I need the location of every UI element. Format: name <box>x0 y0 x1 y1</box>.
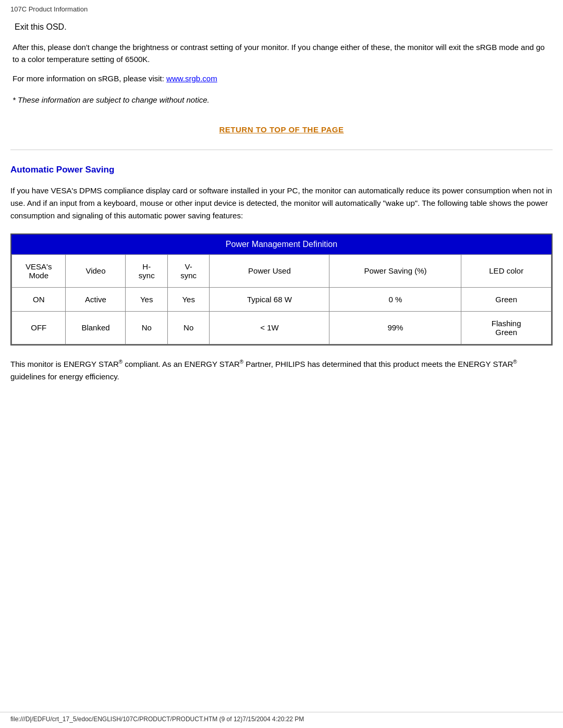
intro-paragraph: After this, please don't change the brig… <box>13 41 553 66</box>
footer-text: file:///D|/EDFU/crt_17_5/edoc/ENGLISH/10… <box>10 715 304 723</box>
cell-vsync-no: No <box>167 311 209 344</box>
col-header-video: Video <box>66 254 126 287</box>
energy-text-2: compliant. As an ENERGY STAR <box>123 360 240 368</box>
col-header-power-saving: Power Saving (%) <box>329 254 461 287</box>
cell-led-flashing-green: FlashingGreen <box>461 311 552 344</box>
col-header-led-color: LED color <box>461 254 552 287</box>
notice-text: * These information are subject to chang… <box>13 95 553 104</box>
exit-osd-text: Exit this OSD. <box>15 22 553 32</box>
cell-hsync-no: No <box>126 311 167 344</box>
cell-mode-off: OFF <box>12 311 66 344</box>
registered-mark-3: ® <box>513 359 517 365</box>
cell-video-active: Active <box>66 287 126 311</box>
cell-saving-99: 99% <box>329 311 461 344</box>
table-header: Power Management Definition <box>11 235 552 254</box>
energy-star-paragraph: This monitor is ENERGY STAR® compliant. … <box>10 358 553 383</box>
registered-mark-2: ® <box>240 359 243 365</box>
section-body-text: If you have VESA's DPMS compliance displ… <box>10 184 553 222</box>
section-divider <box>10 150 553 150</box>
col-header-hsync: H-sync <box>126 254 167 287</box>
cell-video-blanked: Blanked <box>66 311 126 344</box>
power-table: VESA'sMode Video H-sync V-sync Power Use… <box>11 254 552 344</box>
cell-mode-on: ON <box>12 287 66 311</box>
srgb-link[interactable]: www.srgb.com <box>166 74 217 83</box>
cell-hsync-yes: Yes <box>126 287 167 311</box>
srgb-paragraph: For more information on sRGB, please vis… <box>13 74 553 83</box>
col-header-vsync: V-sync <box>167 254 209 287</box>
srgb-text: For more information on sRGB, please vis… <box>13 74 166 83</box>
energy-text-4: guidelines for energy efficiency. <box>10 372 119 381</box>
cell-led-green: Green <box>461 287 552 311</box>
cell-vsync-yes: Yes <box>167 287 209 311</box>
cell-power-less1w: < 1W <box>210 311 329 344</box>
footer-bar: file:///D|/EDFU/crt_17_5/edoc/ENGLISH/10… <box>0 712 563 723</box>
return-to-top-link[interactable]: RETURN TO TOP OF THE PAGE <box>219 125 344 134</box>
power-table-wrapper: Power Management Definition VESA'sMode V… <box>10 233 553 346</box>
auto-power-saving-heading: Automatic Power Saving <box>10 165 553 175</box>
cell-saving-0: 0 % <box>329 287 461 311</box>
table-row: ON Active Yes Yes Typical 68 W 0 % Green <box>12 287 552 311</box>
table-row: OFF Blanked No No < 1W 99% FlashingGreen <box>12 311 552 344</box>
cell-power-typical: Typical 68 W <box>210 287 329 311</box>
col-header-vesa-mode: VESA'sMode <box>12 254 66 287</box>
energy-text-1: This monitor is ENERGY STAR <box>10 360 119 368</box>
col-header-power-used: Power Used <box>210 254 329 287</box>
energy-text-3: Partner, PHILIPS has determined that thi… <box>243 360 513 368</box>
page-title: 107C Product Information <box>10 5 553 13</box>
